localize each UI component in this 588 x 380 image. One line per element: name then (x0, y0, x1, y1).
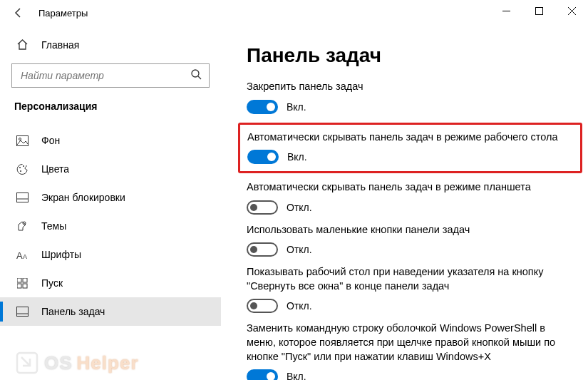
svg-point-7 (19, 138, 21, 140)
setting-lock-taskbar: Закрепить панель задач Вкл. (247, 80, 574, 114)
sidebar-label: Экран блокировки (41, 192, 125, 203)
highlighted-setting: Автоматически скрывать панель задач в ре… (238, 123, 582, 174)
setting-peek-desktop: Показывать рабочий стол при наведении ук… (247, 265, 574, 313)
setting-label: Автоматически скрывать панель задач в ре… (247, 180, 574, 195)
home-link[interactable]: Главная (0, 33, 221, 58)
svg-rect-16 (17, 278, 21, 282)
sidebar-label: Пуск (41, 277, 63, 289)
taskbar-icon (14, 307, 30, 317)
start-icon (14, 278, 30, 289)
window-title: Параметры (38, 8, 88, 19)
setting-autohide-tablet: Автоматически скрывать панель задач в ре… (247, 180, 574, 215)
toggle-autohide-desktop[interactable] (247, 150, 279, 164)
svg-rect-17 (23, 278, 27, 282)
page-heading: Панель задач (247, 44, 574, 67)
svg-text:A: A (16, 250, 23, 260)
svg-rect-19 (23, 284, 27, 288)
picture-icon (14, 135, 30, 146)
home-icon (14, 38, 30, 51)
sidebar-item-fonts[interactable]: AA Шрифты (0, 240, 221, 269)
toggle-state: Вкл. (287, 101, 306, 113)
sidebar-item-lockscreen[interactable]: Экран блокировки (0, 183, 221, 212)
sidebar-label: Шрифты (41, 249, 81, 260)
themes-icon (14, 220, 30, 232)
setting-small-buttons: Использовать маленькие кнопки панели зад… (247, 223, 574, 257)
lockscreen-icon (14, 192, 30, 203)
home-label: Главная (41, 39, 79, 51)
toggle-state: Вкл. (287, 151, 307, 163)
palette-icon (14, 163, 30, 175)
toggle-lock-taskbar[interactable] (247, 100, 278, 114)
fonts-icon: AA (14, 250, 30, 260)
sidebar-item-colors[interactable]: Цвета (0, 155, 221, 183)
sidebar-item-background[interactable]: Фон (0, 126, 221, 155)
content-area: Панель задач Закрепить панель задач Вкл.… (221, 26, 588, 380)
svg-point-9 (20, 170, 21, 172)
svg-rect-12 (16, 199, 28, 202)
sidebar-label: Цвета (41, 163, 69, 175)
sidebar-item-start[interactable]: Пуск (0, 269, 221, 297)
svg-rect-20 (16, 307, 28, 317)
toggle-state: Вкл. (287, 371, 306, 380)
maximize-button[interactable] (522, 0, 555, 21)
minimize-button[interactable] (490, 0, 522, 21)
svg-rect-11 (16, 192, 28, 202)
setting-label: Использовать маленькие кнопки панели зад… (247, 223, 574, 237)
svg-rect-18 (17, 284, 21, 288)
sidebar-category: Персонализация (0, 98, 221, 120)
setting-powershell: Заменить командную строку оболочкой Wind… (247, 322, 574, 380)
sidebar-label: Фон (41, 135, 60, 146)
back-button[interactable] (13, 7, 26, 19)
svg-text:A: A (23, 253, 27, 260)
setting-label: Закрепить панель задач (247, 80, 574, 94)
setting-autohide-desktop: Автоматически скрывать панель задач в ре… (247, 130, 573, 165)
setting-label: Автоматически скрывать панель задач в ре… (247, 130, 573, 145)
toggle-powershell[interactable] (247, 369, 278, 380)
sidebar: Главная Персонализация Фон Цвета (0, 26, 221, 380)
sidebar-label: Панель задач (41, 306, 105, 317)
svg-rect-6 (16, 135, 28, 145)
svg-rect-1 (535, 7, 542, 14)
sidebar-item-taskbar[interactable]: Панель задач (0, 297, 221, 326)
sidebar-label: Темы (41, 220, 66, 232)
sidebar-item-themes[interactable]: Темы (0, 212, 221, 240)
svg-point-8 (19, 167, 21, 168)
toggle-state: Откл. (287, 202, 312, 213)
search-input[interactable] (11, 63, 210, 88)
toggle-state: Откл. (287, 244, 312, 255)
svg-point-10 (23, 165, 24, 167)
close-button[interactable] (555, 0, 588, 21)
toggle-small-buttons[interactable] (247, 242, 278, 257)
setting-label: Заменить командную строку оболочкой Wind… (247, 322, 574, 364)
toggle-autohide-tablet[interactable] (247, 200, 278, 215)
toggle-peek-desktop[interactable] (247, 299, 278, 313)
toggle-state: Откл. (287, 300, 312, 312)
search-box[interactable] (11, 63, 210, 88)
setting-label: Показывать рабочий стол при наведении ук… (247, 265, 574, 293)
